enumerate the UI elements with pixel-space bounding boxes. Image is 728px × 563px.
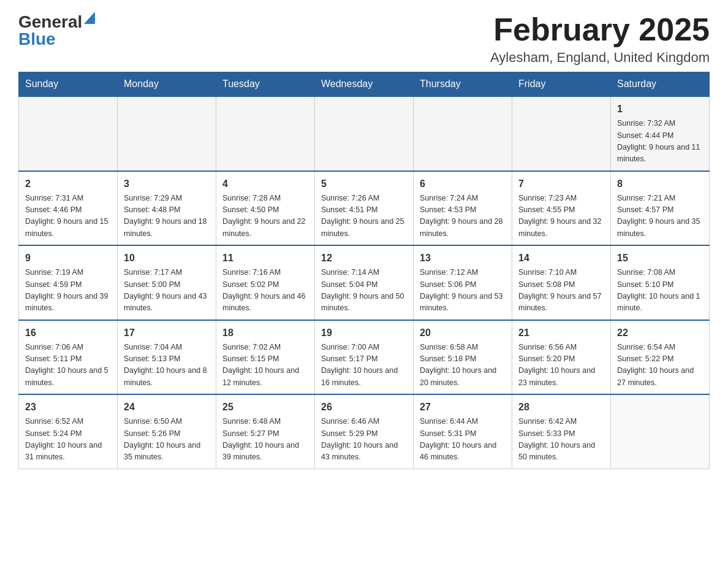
day-of-week-header: Tuesday [216,72,315,97]
calendar-day-cell: 25Sunrise: 6:48 AMSunset: 5:27 PMDayligh… [216,394,315,469]
calendar-header-row: SundayMondayTuesdayWednesdayThursdayFrid… [19,72,710,97]
calendar-day-cell: 6Sunrise: 7:24 AMSunset: 4:53 PMDaylight… [414,171,512,246]
day-number: 23 [25,400,111,415]
day-info: Sunrise: 6:56 AMSunset: 5:20 PMDaylight:… [518,342,604,389]
calendar-day-cell [315,96,414,171]
calendar-table: SundayMondayTuesdayWednesdayThursdayFrid… [18,72,710,469]
day-number: 19 [321,326,407,340]
calendar-day-cell: 9Sunrise: 7:19 AMSunset: 4:59 PMDaylight… [19,245,118,320]
day-info: Sunrise: 6:54 AMSunset: 5:22 PMDaylight:… [617,342,703,389]
calendar-day-cell: 24Sunrise: 6:50 AMSunset: 5:26 PMDayligh… [118,394,216,469]
calendar-day-cell: 12Sunrise: 7:14 AMSunset: 5:04 PMDayligh… [315,245,414,320]
day-number: 13 [420,251,506,266]
logo-text-blue: Blue [18,29,56,49]
calendar-day-cell: 23Sunrise: 6:52 AMSunset: 5:24 PMDayligh… [19,394,118,469]
calendar-day-cell: 10Sunrise: 7:17 AMSunset: 5:00 PMDayligh… [118,245,216,320]
day-info: Sunrise: 7:00 AMSunset: 5:17 PMDaylight:… [321,342,407,389]
calendar-day-cell: 14Sunrise: 7:10 AMSunset: 5:08 PMDayligh… [512,245,611,320]
day-number: 18 [222,326,308,340]
calendar-day-cell: 27Sunrise: 6:44 AMSunset: 5:31 PMDayligh… [414,394,512,469]
day-info: Sunrise: 6:50 AMSunset: 5:26 PMDaylight:… [124,416,210,464]
day-info: Sunrise: 7:19 AMSunset: 4:59 PMDaylight:… [25,267,111,315]
calendar-day-cell [414,96,512,171]
day-of-week-header: Thursday [414,72,512,97]
calendar-day-cell: 19Sunrise: 7:00 AMSunset: 5:17 PMDayligh… [315,320,414,395]
day-info: Sunrise: 7:10 AMSunset: 5:08 PMDaylight:… [518,267,604,315]
calendar-day-cell: 13Sunrise: 7:12 AMSunset: 5:06 PMDayligh… [414,245,512,320]
calendar-day-cell: 16Sunrise: 7:06 AMSunset: 5:11 PMDayligh… [19,320,118,395]
day-info: Sunrise: 6:46 AMSunset: 5:29 PMDaylight:… [321,416,407,464]
day-info: Sunrise: 7:23 AMSunset: 4:55 PMDaylight:… [518,193,604,240]
day-info: Sunrise: 7:28 AMSunset: 4:50 PMDaylight:… [222,193,308,240]
day-number: 16 [25,326,111,340]
day-number: 1 [617,102,703,117]
page-header: General Blue February 2025 Aylesham, Eng… [18,12,710,66]
day-number: 4 [222,177,308,191]
day-info: Sunrise: 7:31 AMSunset: 4:46 PMDaylight:… [25,193,111,240]
calendar-day-cell [512,96,611,171]
day-number: 12 [321,251,407,266]
day-info: Sunrise: 6:52 AMSunset: 5:24 PMDaylight:… [25,416,111,464]
day-number: 17 [124,326,210,340]
calendar-day-cell: 7Sunrise: 7:23 AMSunset: 4:55 PMDaylight… [512,171,611,246]
day-of-week-header: Wednesday [315,72,414,97]
day-info: Sunrise: 7:26 AMSunset: 4:51 PMDaylight:… [321,193,407,240]
calendar-day-cell [216,96,315,171]
day-of-week-header: Friday [512,72,611,97]
day-info: Sunrise: 6:44 AMSunset: 5:31 PMDaylight:… [420,416,506,464]
day-info: Sunrise: 7:08 AMSunset: 5:10 PMDaylight:… [617,267,703,315]
calendar-day-cell: 2Sunrise: 7:31 AMSunset: 4:46 PMDaylight… [19,171,118,246]
calendar-day-cell: 11Sunrise: 7:16 AMSunset: 5:02 PMDayligh… [216,245,315,320]
day-info: Sunrise: 7:21 AMSunset: 4:57 PMDaylight:… [617,193,703,240]
day-number: 6 [420,177,506,191]
day-info: Sunrise: 7:02 AMSunset: 5:15 PMDaylight:… [222,342,308,389]
day-info: Sunrise: 7:06 AMSunset: 5:11 PMDaylight:… [25,342,111,389]
calendar-week-row: 23Sunrise: 6:52 AMSunset: 5:24 PMDayligh… [19,394,710,469]
calendar-day-cell: 8Sunrise: 7:21 AMSunset: 4:57 PMDaylight… [611,171,710,246]
day-number: 20 [420,326,506,340]
calendar-day-cell: 1Sunrise: 7:32 AMSunset: 4:44 PMDaylight… [611,96,710,171]
calendar-week-row: 16Sunrise: 7:06 AMSunset: 5:11 PMDayligh… [19,320,710,395]
day-number: 26 [321,400,407,415]
title-block: February 2025 Aylesham, England, United … [490,12,710,66]
calendar-day-cell: 5Sunrise: 7:26 AMSunset: 4:51 PMDaylight… [315,171,414,246]
calendar-day-cell: 17Sunrise: 7:04 AMSunset: 5:13 PMDayligh… [118,320,216,395]
day-info: Sunrise: 7:14 AMSunset: 5:04 PMDaylight:… [321,267,407,315]
day-info: Sunrise: 7:32 AMSunset: 4:44 PMDaylight:… [617,118,703,166]
day-number: 15 [617,251,703,266]
day-info: Sunrise: 7:04 AMSunset: 5:13 PMDaylight:… [124,342,210,389]
calendar-day-cell [118,96,216,171]
calendar-day-cell [19,96,118,171]
day-number: 22 [617,326,703,340]
day-number: 8 [617,177,703,191]
day-info: Sunrise: 6:58 AMSunset: 5:18 PMDaylight:… [420,342,506,389]
day-number: 28 [518,400,604,415]
day-number: 9 [25,251,111,266]
logo-triangle-icon [84,12,95,24]
location-title: Aylesham, England, United Kingdom [490,50,710,66]
calendar-day-cell: 3Sunrise: 7:29 AMSunset: 4:48 PMDaylight… [118,171,216,246]
calendar-week-row: 9Sunrise: 7:19 AMSunset: 4:59 PMDaylight… [19,245,710,320]
day-of-week-header: Saturday [611,72,710,97]
day-number: 3 [124,177,210,191]
calendar-day-cell: 20Sunrise: 6:58 AMSunset: 5:18 PMDayligh… [414,320,512,395]
day-number: 7 [518,177,604,191]
day-info: Sunrise: 6:42 AMSunset: 5:33 PMDaylight:… [518,416,604,464]
day-info: Sunrise: 7:24 AMSunset: 4:53 PMDaylight:… [420,193,506,240]
calendar-day-cell [611,394,710,469]
day-number: 10 [124,251,210,266]
day-info: Sunrise: 7:29 AMSunset: 4:48 PMDaylight:… [124,193,210,240]
day-number: 5 [321,177,407,191]
day-info: Sunrise: 7:12 AMSunset: 5:06 PMDaylight:… [420,267,506,315]
calendar-week-row: 2Sunrise: 7:31 AMSunset: 4:46 PMDaylight… [19,171,710,246]
day-number: 24 [124,400,210,415]
month-title: February 2025 [490,12,710,47]
logo: General Blue [18,12,95,49]
day-number: 21 [518,326,604,340]
day-number: 11 [222,251,308,266]
calendar-day-cell: 15Sunrise: 7:08 AMSunset: 5:10 PMDayligh… [611,245,710,320]
calendar-day-cell: 4Sunrise: 7:28 AMSunset: 4:50 PMDaylight… [216,171,315,246]
day-number: 25 [222,400,308,415]
calendar-day-cell: 22Sunrise: 6:54 AMSunset: 5:22 PMDayligh… [611,320,710,395]
calendar-week-row: 1Sunrise: 7:32 AMSunset: 4:44 PMDaylight… [19,96,710,171]
